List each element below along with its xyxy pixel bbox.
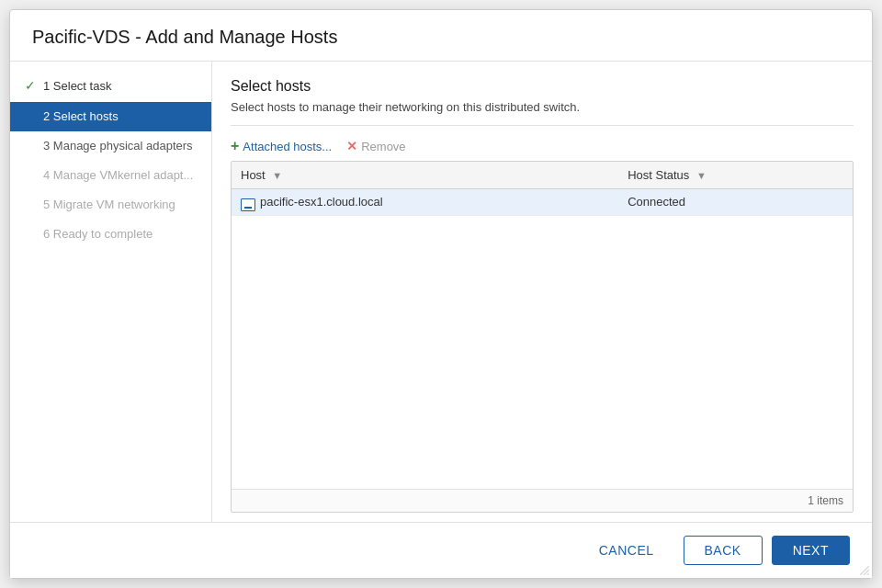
x-icon: ✕ bbox=[346, 139, 357, 153]
sidebar-step1-num: 1 bbox=[43, 79, 53, 93]
sidebar-item-ready-to-complete: 6 Ready to complete bbox=[10, 220, 211, 249]
dialog-body: ✓ 1 Select task 2 Select hosts 3 Manage … bbox=[10, 62, 872, 522]
remove-button[interactable]: ✕ Remove bbox=[346, 139, 405, 153]
sidebar-step6-label: 6 Ready to complete bbox=[43, 226, 153, 243]
cancel-button[interactable]: CANCEL bbox=[579, 537, 674, 564]
table-row[interactable]: pacific-esx1.cloud.localConnected bbox=[232, 189, 853, 216]
resize-handle[interactable] bbox=[860, 566, 869, 575]
sidebar-step3-label: 3 Manage physical adapters bbox=[43, 138, 193, 154]
hosts-table: Host ▼ Host Status ▼ pacific-esx1.cloud.… bbox=[232, 162, 853, 216]
item-count: 1 items bbox=[808, 494, 843, 507]
main-content: Select hosts Select hosts to manage thei… bbox=[212, 62, 872, 522]
back-button[interactable]: BACK bbox=[684, 536, 763, 565]
remove-label: Remove bbox=[361, 140, 405, 153]
dialog-footer: CANCEL BACK NEXT bbox=[10, 522, 872, 578]
table-header-row: Host ▼ Host Status ▼ bbox=[232, 162, 853, 189]
host-status-cell: Connected bbox=[618, 189, 853, 216]
sidebar-step4-label: 4 Manage VMkernel adapt... bbox=[43, 167, 193, 184]
svg-line-2 bbox=[867, 573, 869, 575]
section-title: Select hosts bbox=[231, 78, 854, 95]
host-status-column-header[interactable]: Host Status ▼ bbox=[618, 162, 853, 189]
sidebar-step1-label: 1 Select task bbox=[43, 78, 111, 95]
section-desc: Select hosts to manage their networking … bbox=[231, 100, 854, 126]
dialog: Pacific-VDS - Add and Manage Hosts ✓ 1 S… bbox=[9, 9, 873, 579]
host-cell: pacific-esx1.cloud.local bbox=[232, 189, 618, 216]
host-status-filter-icon[interactable]: ▼ bbox=[696, 170, 707, 181]
attach-label: Attached hosts... bbox=[243, 140, 332, 153]
sidebar-step2-label: 2 Select hosts bbox=[43, 108, 119, 125]
next-button[interactable]: NEXT bbox=[772, 536, 850, 565]
table-toolbar: + Attached hosts... ✕ Remove bbox=[231, 139, 854, 153]
sidebar-item-manage-physical[interactable]: 3 Manage physical adapters bbox=[10, 131, 211, 161]
host-filter-icon[interactable]: ▼ bbox=[272, 170, 282, 181]
sidebar-item-select-hosts[interactable]: 2 Select hosts bbox=[10, 102, 211, 131]
attach-hosts-button[interactable]: + Attached hosts... bbox=[231, 139, 332, 153]
table-footer: 1 items bbox=[232, 489, 853, 512]
dialog-header: Pacific-VDS - Add and Manage Hosts bbox=[10, 10, 872, 62]
sidebar-item-select-task[interactable]: ✓ 1 Select task bbox=[10, 71, 211, 102]
checkmark-icon: ✓ bbox=[25, 77, 38, 96]
data-table-wrap: Host ▼ Host Status ▼ pacific-esx1.cloud.… bbox=[231, 161, 854, 513]
host-column-header[interactable]: Host ▼ bbox=[232, 162, 618, 189]
plus-icon: + bbox=[231, 139, 239, 153]
sidebar-item-migrate-vm: 5 Migrate VM networking bbox=[10, 190, 211, 220]
host-icon bbox=[241, 198, 255, 211]
dialog-title: Pacific-VDS - Add and Manage Hosts bbox=[32, 27, 850, 48]
sidebar-item-manage-vmkernel: 4 Manage VMkernel adapt... bbox=[10, 161, 211, 190]
sidebar: ✓ 1 Select task 2 Select hosts 3 Manage … bbox=[10, 62, 212, 522]
sidebar-step5-label: 5 Migrate VM networking bbox=[43, 197, 175, 213]
